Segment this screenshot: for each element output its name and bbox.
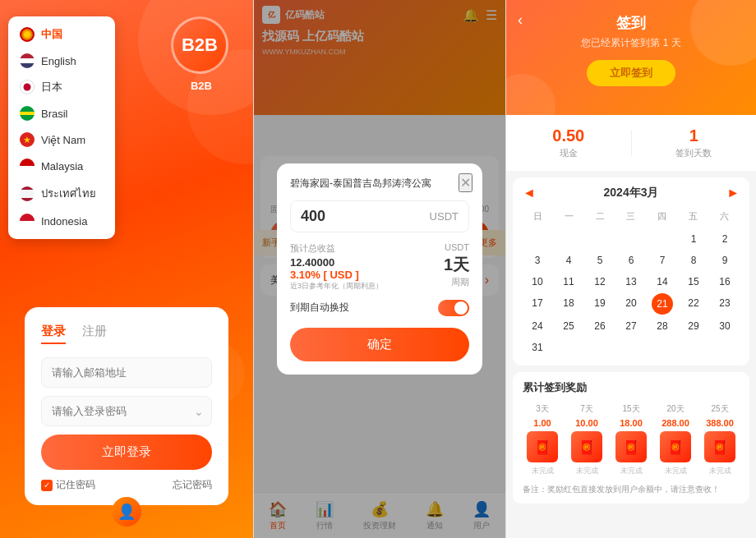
calendar-day[interactable]: 21 bbox=[652, 293, 673, 315]
calendar-day[interactable]: 24 bbox=[523, 316, 552, 336]
modal-confirm-button[interactable]: 确定 bbox=[290, 328, 469, 361]
modal-income-row: 预计总收益 12.40000 3.10% [ USD ] 近3日参考年化（周期利… bbox=[290, 242, 469, 292]
calendar-day bbox=[679, 338, 708, 357]
reward-status: 未完成 bbox=[523, 466, 562, 476]
avatar-icon: 👤 bbox=[112, 497, 141, 527]
weekday-tue: 二 bbox=[584, 209, 615, 224]
tab-register[interactable]: 注册 bbox=[82, 324, 107, 344]
back-button[interactable]: ‹ bbox=[518, 11, 523, 29]
lang-item-cn[interactable]: 中国 bbox=[8, 21, 115, 48]
calendar-day[interactable]: 1 bbox=[679, 229, 708, 249]
calendar-day[interactable]: 10 bbox=[523, 272, 552, 292]
modal-period-label: 周期 bbox=[444, 276, 469, 288]
next-month-button[interactable]: ► bbox=[726, 186, 740, 200]
calendar-day[interactable]: 27 bbox=[616, 316, 646, 336]
modal-close-button[interactable]: ✕ bbox=[459, 173, 472, 192]
calendar-day[interactable]: 23 bbox=[710, 293, 740, 315]
gift-icon: 🧧 bbox=[667, 439, 684, 455]
reward-days-label: 7天 bbox=[567, 403, 606, 415]
remember-me[interactable]: ✓ 记住密码 bbox=[41, 478, 95, 492]
modal-income-left: 预计总收益 12.40000 3.10% [ USD ] 近3日参考年化（周期利… bbox=[290, 242, 383, 292]
calendar-day[interactable]: 22 bbox=[679, 293, 708, 315]
calendar-day[interactable]: 26 bbox=[585, 316, 615, 336]
lang-item-en[interactable]: English bbox=[8, 48, 115, 74]
reward-badge: 🧧 bbox=[615, 431, 647, 462]
calendar-day bbox=[585, 338, 615, 357]
forgot-password-link[interactable]: 忘记密码 bbox=[173, 478, 212, 492]
reward-title: 累计签到奖励 bbox=[523, 380, 740, 395]
flag-jp bbox=[20, 80, 35, 94]
weekday-mon: 一 bbox=[554, 209, 585, 224]
checkin-header: ‹ 签到 您已经累计签到第 1 天 立即签到 bbox=[506, 0, 756, 115]
modal-title: 碧海家园-泰国普吉岛邦涛湾公寓 bbox=[290, 177, 469, 191]
prev-month-button[interactable]: ◄ bbox=[523, 186, 536, 200]
calendar-day[interactable]: 5 bbox=[585, 251, 615, 270]
calendar-day[interactable]: 18 bbox=[554, 293, 583, 315]
lang-item-id[interactable]: Indonesia bbox=[8, 208, 115, 234]
calendar-day[interactable]: 15 bbox=[679, 272, 708, 292]
calendar-day[interactable]: 16 bbox=[710, 272, 740, 292]
reward-amount-value: 388.00 bbox=[700, 418, 740, 428]
remember-checkbox[interactable]: ✓ bbox=[41, 480, 53, 491]
modal-amount: 400 bbox=[301, 208, 325, 225]
modal-period-right: USDT 1天 周期 bbox=[444, 242, 469, 288]
lang-label-vn: Việt Nam bbox=[41, 134, 85, 146]
reward-item: 3天 1.00 🧧 未完成 bbox=[523, 403, 562, 476]
modal-amount-row: 400 USDT bbox=[290, 200, 469, 232]
calendar-day[interactable]: 31 bbox=[523, 338, 552, 357]
auto-reinvest-label: 到期自动换投 bbox=[290, 301, 349, 315]
flag-my bbox=[20, 159, 35, 173]
calendar-day[interactable]: 9 bbox=[710, 251, 740, 270]
login-button[interactable]: 立即登录 bbox=[41, 435, 212, 470]
flag-cn bbox=[20, 27, 35, 42]
calendar-day[interactable]: 2 bbox=[710, 229, 740, 249]
calendar-day[interactable]: 13 bbox=[616, 272, 646, 292]
login-footer: ✓ 记住密码 忘记密码 bbox=[41, 478, 212, 492]
calendar-day[interactable]: 8 bbox=[679, 251, 708, 270]
reward-item: 7天 10.00 🧧 未完成 bbox=[567, 403, 606, 476]
calendar-day[interactable]: 17 bbox=[523, 293, 552, 315]
calendar-day[interactable]: 30 bbox=[710, 316, 740, 336]
remember-label: 记住密码 bbox=[56, 478, 95, 492]
reward-badge: 🧧 bbox=[704, 431, 735, 462]
lang-item-vn[interactable]: Việt Nam bbox=[8, 126, 115, 153]
weekday-sun: 日 bbox=[523, 209, 554, 224]
lang-label-my: Malaysia bbox=[41, 160, 83, 172]
lang-item-my[interactable]: Malaysia bbox=[8, 153, 115, 179]
email-input[interactable] bbox=[41, 357, 212, 388]
calendar-day[interactable]: 19 bbox=[585, 293, 615, 315]
password-input[interactable] bbox=[41, 396, 212, 426]
lang-item-br[interactable]: Brasil bbox=[8, 100, 115, 126]
eye-icon[interactable]: ⌄ bbox=[194, 405, 204, 418]
gift-icon: 🧧 bbox=[623, 439, 639, 455]
lang-label-id: Indonesia bbox=[41, 215, 87, 228]
checkin-title: 签到 bbox=[616, 13, 646, 33]
calendar-day[interactable]: 7 bbox=[648, 251, 677, 270]
calendar-day[interactable]: 25 bbox=[554, 316, 583, 336]
b2b-logo: B2B bbox=[171, 16, 228, 74]
calendar-day[interactable]: 11 bbox=[554, 272, 583, 292]
modal-income-label: 预计总收益 bbox=[290, 242, 383, 255]
calendar-day[interactable]: 4 bbox=[554, 251, 583, 270]
calendar-day[interactable]: 14 bbox=[648, 272, 677, 292]
weekday-fri: 五 bbox=[678, 209, 709, 224]
calendar-day[interactable]: 3 bbox=[523, 251, 552, 270]
calendar-days: 1234567891011121314151617181920212223242… bbox=[523, 229, 740, 357]
calendar-day bbox=[648, 229, 677, 249]
calendar-day[interactable]: 6 bbox=[616, 251, 646, 270]
login-tabs: 登录 注册 bbox=[41, 324, 212, 344]
lang-item-jp[interactable]: 日本 bbox=[8, 74, 115, 100]
lang-item-th[interactable]: ประเทศไทย bbox=[8, 179, 115, 208]
calendar-day[interactable]: 12 bbox=[585, 272, 615, 292]
lang-label-br: Brasil bbox=[41, 108, 68, 120]
auto-reinvest-toggle[interactable] bbox=[438, 300, 469, 316]
tab-login[interactable]: 登录 bbox=[41, 324, 66, 344]
reward-amount-value: 18.00 bbox=[611, 418, 651, 428]
calendar-day[interactable]: 29 bbox=[679, 316, 708, 336]
calendar-day[interactable]: 28 bbox=[648, 316, 677, 336]
reward-days-label: 15天 bbox=[611, 403, 651, 415]
language-dropdown[interactable]: 中国 English 日本 Brasil Việt Nam Malaysia ป… bbox=[8, 16, 115, 239]
reward-items: 3天 1.00 🧧 未完成 7天 10.00 🧧 未完成 15天 18.00 🧧… bbox=[523, 403, 740, 476]
checkin-button[interactable]: 立即签到 bbox=[587, 60, 675, 86]
calendar-day[interactable]: 20 bbox=[616, 293, 646, 315]
